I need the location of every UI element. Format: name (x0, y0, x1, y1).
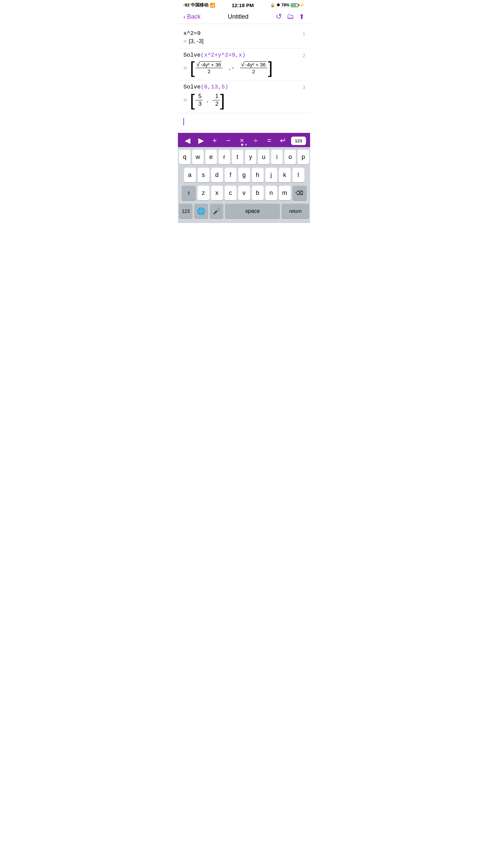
battery-icon (291, 3, 298, 7)
keyboard-row-4: 123 🌐 🎤 space return (179, 204, 309, 218)
key-u[interactable]: u (258, 150, 269, 164)
reload-button[interactable]: ↻ (276, 12, 282, 21)
key-l[interactable]: l (292, 168, 304, 182)
equals-button[interactable]: = (264, 136, 274, 145)
key-b[interactable]: b (252, 186, 264, 200)
key-x[interactable]: x (211, 186, 223, 200)
key-h[interactable]: h (252, 168, 264, 182)
key-k[interactable]: k (279, 168, 291, 182)
left-bracket: [ (190, 61, 195, 75)
cell-1-number: 1 (303, 31, 305, 37)
right-arrow-button[interactable]: ▶ (196, 136, 206, 145)
fraction-3b: 1 2 (214, 93, 219, 107)
cell-2-input: Solve(x^2+y^2=9,x) (183, 52, 305, 58)
cell-1[interactable]: 1 x^2=9 = [3, -3] (178, 27, 310, 48)
key-r[interactable]: r (219, 150, 230, 164)
bluetooth-icon: ✱ (277, 3, 280, 7)
cell-3-result: = [ - 5 3 , - 1 2 (183, 93, 305, 107)
cell-2-result: = [ √ -4y² + 36 2 , - (183, 61, 305, 75)
content-area: 1 x^2=9 = [3, -3] 2 Solve(x^2+y^2=9,x) =… (178, 24, 310, 133)
right-bracket-3: ] (220, 94, 225, 107)
space-key[interactable]: space (225, 204, 280, 218)
fraction-2: √ -4y² + 36 2 (240, 61, 267, 74)
keyboard-row-1: q w e r t y u i o p (179, 150, 309, 164)
key-s[interactable]: s (198, 168, 209, 182)
wifi-icon: 📶 (210, 3, 215, 8)
nav-bar: ‹ Back Untitled ↻ 🗂 ⬆ (178, 9, 310, 24)
document-title: Untitled (228, 13, 248, 20)
divide-button[interactable]: ÷ (250, 136, 261, 145)
back-chevron-icon: ‹ (183, 13, 186, 21)
key-m[interactable]: m (279, 186, 291, 200)
minus-button[interactable]: − (223, 136, 234, 145)
key-y[interactable]: y (245, 150, 257, 164)
right-bracket: ] (268, 61, 273, 75)
lock-icon: 🔒 (270, 3, 275, 7)
cell-1-input: x^2=9 (183, 30, 305, 37)
key-q[interactable]: q (179, 150, 190, 164)
shift-key[interactable]: ⇧ (182, 186, 196, 200)
toolbar-dot-1 (241, 144, 243, 146)
key-d[interactable]: d (211, 168, 223, 182)
status-bar: -92 中国移动 📶 12:18 PM 🔒 ✱ 78% ⚡ (178, 0, 310, 9)
status-time: 12:18 PM (232, 2, 254, 8)
toolbar-dot-2 (245, 144, 247, 146)
key-e[interactable]: e (205, 150, 217, 164)
keyboard-row-2: a s d f g h j k l (179, 168, 309, 182)
status-right: 🔒 ✱ 78% ⚡ (270, 3, 305, 7)
fraction-3a: 5 3 (197, 93, 202, 107)
sqrt-2: √ -4y² + 36 (241, 61, 266, 67)
keyboard: q w e r t y u i o p a s d f g h j k l ⇧ … (178, 147, 310, 223)
microphone-key[interactable]: 🎤 (210, 204, 223, 218)
cell-3-input: Solve(6,13,5) (183, 84, 305, 90)
key-j[interactable]: j (265, 168, 277, 182)
delete-key[interactable]: ⌫ (292, 186, 307, 200)
enter-button[interactable]: ↵ (278, 136, 288, 145)
cell-2-number: 2 (303, 53, 305, 58)
return-key[interactable]: return (282, 204, 309, 218)
globe-key[interactable]: 🌐 (194, 204, 208, 218)
share-button[interactable]: ⬆ (299, 13, 305, 21)
left-arrow-button[interactable]: ◀ (182, 136, 193, 145)
key-z[interactable]: z (198, 186, 209, 200)
cell-1-result: = [3, -3] (183, 38, 305, 45)
folder-button[interactable]: 🗂 (287, 12, 294, 21)
key-t[interactable]: t (232, 150, 243, 164)
text-cursor (183, 118, 184, 125)
cell-2[interactable]: 2 Solve(x^2+y^2=9,x) = [ √ -4y² + 36 2 (178, 48, 310, 80)
key-o[interactable]: o (284, 150, 296, 164)
numpad-button[interactable]: 123 (291, 137, 306, 145)
nav-icons: ↻ 🗂 ⬆ (276, 12, 305, 21)
fraction-1: √ -4y² + 36 2 (196, 61, 223, 74)
numbers-key[interactable]: 123 (179, 204, 192, 218)
math-toolbar: ◀ ▶ + − × ÷ = ↵ 123 (178, 133, 310, 147)
sqrt-1: √ -4y² + 36 (197, 61, 222, 67)
keyboard-row-3: ⇧ z x c v b n m ⌫ (179, 186, 309, 200)
status-carrier: -92 中国移动 📶 (183, 2, 215, 8)
cell-3-number: 3 (303, 84, 305, 90)
back-button[interactable]: ‹ Back (183, 13, 201, 21)
key-i[interactable]: i (271, 150, 283, 164)
key-v[interactable]: v (238, 186, 250, 200)
cursor-cell[interactable] (178, 113, 310, 130)
key-a[interactable]: a (184, 168, 196, 182)
key-p[interactable]: p (298, 150, 309, 164)
key-f[interactable]: f (225, 168, 237, 182)
key-g[interactable]: g (238, 168, 250, 182)
key-c[interactable]: c (225, 186, 237, 200)
plus-button[interactable]: + (209, 136, 220, 145)
key-n[interactable]: n (265, 186, 277, 200)
toolbar-page-dots (241, 144, 247, 146)
charging-icon: ⚡ (300, 3, 305, 7)
cell-3[interactable]: 3 Solve(6,13,5) = [ - 5 3 , - (178, 80, 310, 113)
key-w[interactable]: w (192, 150, 204, 164)
left-bracket-3: [ (190, 94, 195, 107)
